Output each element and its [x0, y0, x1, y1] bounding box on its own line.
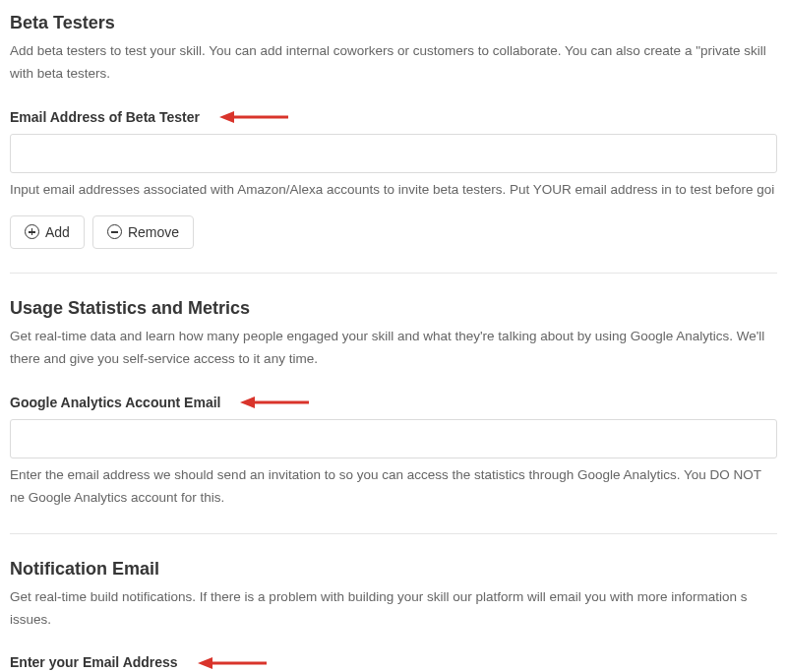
plus-circle-icon — [25, 224, 39, 239]
beta-testers-heading: Beta Testers — [10, 10, 777, 36]
minus-circle-icon — [107, 224, 122, 239]
beta-email-label-row: Email Address of Beta Tester — [10, 107, 777, 128]
annotation-arrow-icon — [219, 109, 288, 125]
svg-marker-3 — [240, 397, 255, 408]
beta-testers-description: Add beta testers to test your skill. You… — [10, 40, 777, 86]
beta-email-help: Input email addresses associated with Am… — [10, 179, 777, 202]
usage-statistics-description: Get real-time data and learn how many pe… — [10, 326, 777, 371]
analytics-email-input[interactable] — [10, 419, 777, 458]
annotation-arrow-icon — [240, 395, 309, 410]
analytics-email-label: Google Analytics Account Email — [10, 393, 220, 413]
remove-button[interactable]: Remove — [92, 215, 194, 249]
beta-testers-section: Beta Testers Add beta testers to test yo… — [10, 10, 777, 249]
svg-marker-1 — [219, 111, 234, 123]
svg-marker-5 — [198, 657, 212, 669]
beta-button-row: Add Remove — [10, 215, 777, 249]
usage-statistics-heading: Usage Statistics and Metrics — [10, 295, 777, 322]
annotation-arrow-icon — [198, 655, 267, 671]
notification-email-heading: Notification Email — [10, 556, 777, 582]
divider — [10, 533, 777, 534]
divider — [10, 273, 777, 274]
beta-email-input[interactable] — [10, 134, 777, 173]
notification-email-label: Enter your Email Address — [10, 652, 178, 672]
add-button-label: Add — [45, 224, 70, 240]
remove-button-label: Remove — [128, 224, 179, 240]
notification-email-section: Notification Email Get real-time build n… — [10, 556, 777, 672]
usage-statistics-section: Usage Statistics and Metrics Get real-ti… — [10, 295, 777, 510]
add-button[interactable]: Add — [10, 215, 85, 249]
analytics-email-label-row: Google Analytics Account Email — [10, 393, 777, 413]
notification-email-label-row: Enter your Email Address — [10, 652, 777, 672]
beta-email-label: Email Address of Beta Tester — [10, 107, 200, 128]
notification-email-description: Get real-time build notifications. If th… — [10, 586, 777, 632]
analytics-email-help: Enter the email address we should send a… — [10, 464, 777, 510]
